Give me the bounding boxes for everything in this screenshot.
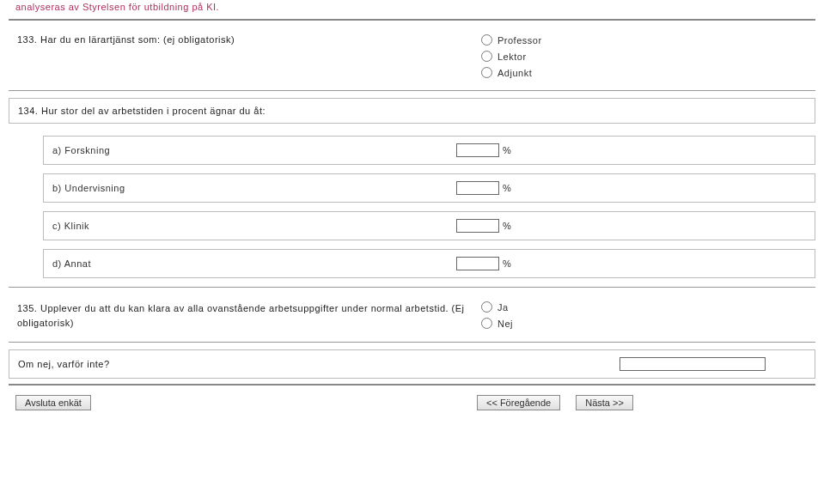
option-adjunkt[interactable]: Adjunkt — [481, 67, 542, 78]
divider — [9, 384, 815, 386]
divider — [9, 90, 815, 91]
divider — [9, 342, 815, 343]
q134-undervisning-label: b) Undervisning — [52, 183, 456, 193]
option-professor[interactable]: Professor — [481, 34, 542, 46]
divider — [9, 287, 815, 288]
radio-ja[interactable] — [481, 301, 492, 313]
question-133-options: Professor Lektor Adjunkt — [481, 34, 542, 78]
q134-klinik-label: c) Klinik — [52, 221, 456, 231]
option-lektor-label: Lektor — [497, 52, 527, 62]
q134-forskning-input[interactable] — [456, 143, 499, 157]
option-nej[interactable]: Nej — [481, 318, 513, 329]
q134-item-klinik: c) Klinik % — [43, 211, 815, 240]
q134-item-forskning: a) Forskning % — [43, 136, 815, 165]
q134-forskning-label: a) Forskning — [52, 145, 456, 155]
radio-adjunkt[interactable] — [481, 67, 492, 78]
q134-klinik-input[interactable] — [456, 219, 499, 233]
question-134-items: a) Forskning % b) Undervisning % c) Klin… — [43, 136, 815, 278]
question-followup-input[interactable] — [620, 357, 766, 371]
q134-annat-label: d) Annat — [52, 258, 456, 269]
q134-annat-input[interactable] — [456, 257, 499, 270]
question-135-label: 135. Upplever du att du kan klara av all… — [17, 301, 481, 330]
radio-professor[interactable] — [481, 34, 492, 46]
q134-item-undervisning: b) Undervisning % — [43, 173, 815, 203]
footer-nav: Avsluta enkät << Föregående Nästa >> — [9, 392, 815, 413]
question-followup-label: Om nej, varför inte? — [18, 359, 620, 369]
option-ja-label: Ja — [497, 302, 509, 313]
next-button[interactable]: Nästa >> — [576, 395, 633, 410]
prev-button[interactable]: << Föregående — [477, 395, 560, 410]
radio-lektor[interactable] — [481, 51, 492, 62]
page-header-truncated: analyseras av Styrelsen för utbildning p… — [9, 0, 815, 17]
divider — [9, 19, 815, 21]
question-135: 135. Upplever du att du kan klara av all… — [9, 295, 815, 337]
radio-nej[interactable] — [481, 318, 492, 329]
option-lektor[interactable]: Lektor — [481, 51, 542, 62]
end-survey-button[interactable]: Avsluta enkät — [15, 395, 91, 410]
option-adjunkt-label: Adjunkt — [497, 68, 532, 78]
q134-undervisning-input[interactable] — [456, 181, 499, 195]
q134-undervisning-unit: % — [503, 183, 511, 193]
question-133: 133. Har du en lärartjänst som: (ej obli… — [9, 27, 815, 85]
question-followup: Om nej, varför inte? — [9, 349, 815, 379]
question-135-options: Ja Nej — [481, 301, 513, 329]
q134-item-annat: d) Annat % — [43, 249, 815, 278]
question-133-label: 133. Har du en lärartjänst som: (ej obli… — [17, 34, 481, 45]
question-134-label: 134. Hur stor del av arbetstiden i proce… — [18, 106, 482, 116]
q134-forskning-unit: % — [503, 145, 511, 155]
option-professor-label: Professor — [497, 35, 542, 46]
option-nej-label: Nej — [497, 319, 513, 329]
option-ja[interactable]: Ja — [481, 301, 513, 313]
q134-annat-unit: % — [503, 258, 511, 269]
q134-klinik-unit: % — [503, 221, 511, 231]
question-134: 134. Hur stor del av arbetstiden i proce… — [9, 98, 815, 124]
